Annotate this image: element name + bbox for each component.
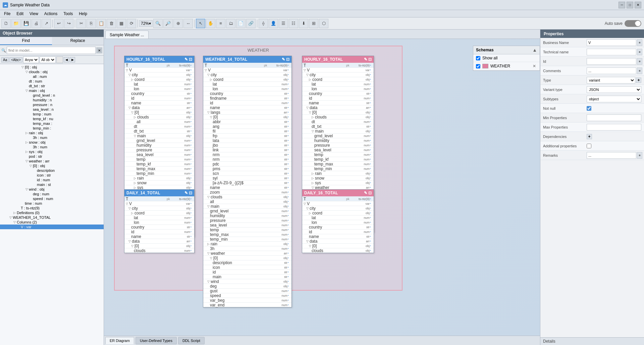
tree-item[interactable]: temp_max : xyxy=(0,121,104,126)
tree-item[interactable]: id : num xyxy=(0,178,104,182)
weather-schema-close[interactable]: ✕ xyxy=(532,63,537,69)
weather-schema-checkbox[interactable] xyxy=(476,64,480,68)
schema-button[interactable]: 🗂 xyxy=(226,19,235,28)
tree-item[interactable]: pod : str xyxy=(0,154,104,159)
arrow-down-button[interactable]: ⬇ xyxy=(299,19,308,28)
undo-button[interactable]: ↩ xyxy=(54,19,63,28)
menu-view[interactable]: View xyxy=(27,11,41,17)
autosave-toggle[interactable]: Off xyxy=(625,20,641,27)
tree-item[interactable]: 3h : num xyxy=(0,145,104,149)
tree-item[interactable]: ▽ Columns (2) xyxy=(0,220,104,225)
remarks-input[interactable] xyxy=(587,152,636,159)
zoom-fit-button[interactable]: ⊕ xyxy=(173,19,183,28)
print-button[interactable]: 🖨 xyxy=(32,19,41,28)
tree-item[interactable]: time : num xyxy=(0,201,104,206)
business-name-input[interactable] xyxy=(587,39,636,46)
scope-select[interactable]: Anyw xyxy=(23,56,39,63)
show-all-checkbox[interactable] xyxy=(476,56,480,60)
align-button[interactable]: ≡ xyxy=(216,19,225,28)
tree-item[interactable]: grnd_level : n xyxy=(0,93,104,98)
additional-props-checkbox[interactable] xyxy=(587,144,591,148)
tree-item[interactable]: sea_level : n xyxy=(0,107,104,112)
tree-item[interactable]: ▽ [0] : obj xyxy=(0,163,104,168)
type-select[interactable]: All ob xyxy=(40,56,56,63)
tree-item[interactable]: ▽ clouds : obj xyxy=(0,69,104,74)
tree-item[interactable]: temp_kf : nu xyxy=(0,116,104,121)
connect-button[interactable]: ⟠ xyxy=(259,19,268,28)
page-button[interactable]: 📄 xyxy=(236,19,246,28)
menu-tools[interactable]: Tools xyxy=(61,11,75,17)
diagram-area[interactable]: WEATHER HOURLY_16_TOTAL ✎⊡ Tpkts-ntz(9)+… xyxy=(104,39,540,336)
open-button[interactable]: 📁 xyxy=(11,19,21,28)
dependencies-add-button[interactable]: + xyxy=(587,134,592,139)
menu-help[interactable]: Help xyxy=(76,11,90,17)
er-table-daily-16[interactable]: DAILY_16_TOTAL ✎⊡ Tpkts-ntz(9)+ ▽Vvar+ ▽… xyxy=(302,189,374,253)
cut-button[interactable]: ✂ xyxy=(76,19,86,28)
color-filter[interactable] xyxy=(56,56,63,63)
link-button[interactable]: 🔗 xyxy=(246,19,256,28)
tree-item[interactable]: pressure : n xyxy=(0,102,104,107)
zoom-out-button[interactable]: 🔎 xyxy=(163,19,173,28)
tree-item[interactable]: humidity : n xyxy=(0,98,104,102)
tree-item[interactable]: description xyxy=(0,168,104,173)
zoom-in-button[interactable]: 🔍 xyxy=(153,19,163,28)
comments-input[interactable] xyxy=(587,67,636,74)
delete-button[interactable]: 🗑 xyxy=(107,19,116,28)
technical-name-input[interactable] xyxy=(587,49,636,55)
find-tab[interactable]: Find xyxy=(0,37,52,45)
new-button[interactable]: 🗋 xyxy=(1,19,11,28)
technical-name-menu[interactable]: ≡ xyxy=(637,49,642,55)
business-name-menu[interactable]: ≡ xyxy=(637,39,642,46)
schemas-collapse-button[interactable]: ▲ xyxy=(532,47,537,53)
save-button[interactable]: 💾 xyxy=(21,19,31,28)
subtypes-select[interactable]: object array xyxy=(587,96,641,102)
tree-item[interactable]: ▷ snow : obj xyxy=(0,140,104,145)
type-select[interactable]: variant string number boolean object arr… xyxy=(587,77,635,84)
select-tool[interactable]: ↖ xyxy=(196,19,205,28)
er-table-daily-14[interactable]: DAILY_14_TOTAL ✎⊡ Tpkts-ntz(9)+ ▽Vvar+ ▽… xyxy=(124,189,195,253)
tab-sample-weather[interactable]: Sample Weather ... xyxy=(105,31,149,39)
tree-item[interactable]: dt : num xyxy=(0,79,104,84)
tree-item[interactable]: ▷ Definitions (0) xyxy=(0,210,104,215)
format-button[interactable]: ▦ xyxy=(117,19,126,28)
fit-page-button[interactable]: ↔ xyxy=(183,19,193,28)
list2-button[interactable]: ☷ xyxy=(289,19,298,28)
tree-item[interactable]: ▽ wind : obj xyxy=(0,187,104,192)
nav-next[interactable]: ▶ xyxy=(70,57,75,62)
nav-button[interactable]: ⊞ xyxy=(309,19,318,28)
tab-ddl-script[interactable]: DDL Script xyxy=(178,337,205,344)
copy-button[interactable]: ⎘ xyxy=(87,19,96,28)
nav-prev[interactable]: ◀ xyxy=(64,57,69,62)
max-properties-input[interactable] xyxy=(587,124,641,131)
tree-item[interactable]: main : st xyxy=(0,182,104,187)
minimize-button[interactable]: ─ xyxy=(619,2,625,8)
tree-item[interactable]: all : num xyxy=(0,74,104,79)
split-button[interactable]: ⬡ xyxy=(319,19,328,28)
schema-show-all-row[interactable]: Show all xyxy=(473,54,540,62)
menu-file[interactable]: File xyxy=(1,11,13,17)
tree-item[interactable]: ▷ sys : obj xyxy=(0,149,104,154)
paste-button[interactable]: 📋 xyxy=(97,19,106,28)
list-button[interactable]: ☰ xyxy=(279,19,288,28)
tree-item[interactable]: ▷ rain : obj xyxy=(0,131,104,135)
tab-er-diagram[interactable]: ER Diagram xyxy=(105,337,134,344)
tree-item[interactable]: speed : num xyxy=(0,196,104,201)
comments-menu[interactable]: ≡ xyxy=(637,67,642,74)
id-menu[interactable]: ≡ xyxy=(637,58,642,65)
tree-item[interactable]: icon : str xyxy=(0,173,104,178)
schema-weather-row[interactable]: WEATHER ✕ xyxy=(473,62,540,70)
tree-item[interactable]: T : ts-ntz(9) xyxy=(0,206,104,210)
tree-item[interactable]: ▽ [0] : obj xyxy=(0,65,104,69)
close-button[interactable]: ✕ xyxy=(635,2,641,8)
er-table-weather-14[interactable]: WEATHER_14_TOTAL ✎⊡ Tpkts-ntz(9)+ ▽Vvar+… xyxy=(203,56,292,307)
tab-user-defined-types[interactable]: User-Defined Types xyxy=(136,337,177,344)
export-button[interactable]: ↗ xyxy=(42,19,51,28)
search-input[interactable] xyxy=(7,47,96,54)
tree-item[interactable]: ▽ main : obj xyxy=(0,88,104,93)
tree-item[interactable]: deg : num xyxy=(0,192,104,196)
maximize-button[interactable]: □ xyxy=(627,2,633,8)
type-add-button[interactable]: + xyxy=(636,78,641,83)
search-clear-button[interactable]: ✕ xyxy=(96,47,102,53)
min-properties-input[interactable] xyxy=(587,114,641,121)
refresh-button[interactable]: ⟳ xyxy=(127,19,136,28)
